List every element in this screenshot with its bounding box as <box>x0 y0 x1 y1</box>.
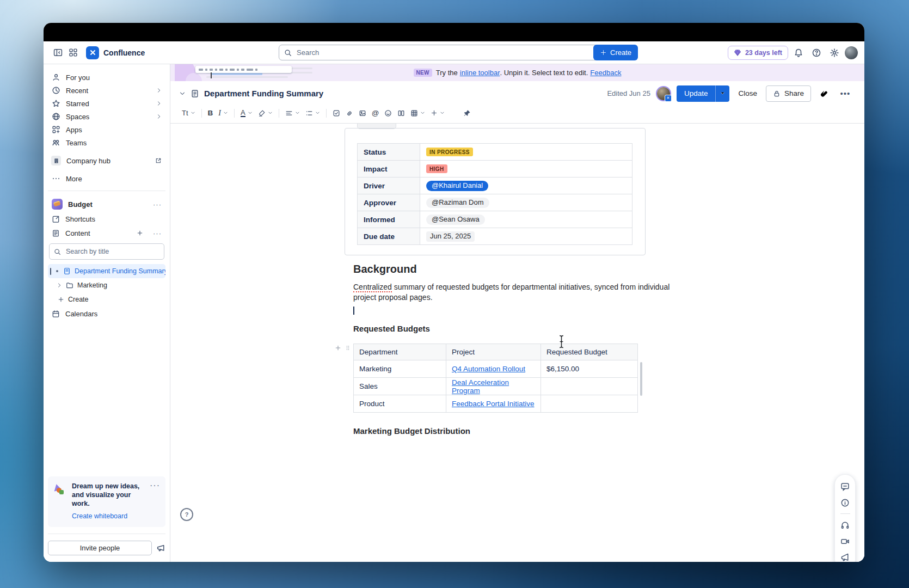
tree-create[interactable]: Create <box>48 292 165 307</box>
confluence-logo[interactable] <box>86 46 99 59</box>
app-switcher-icon[interactable] <box>65 45 81 60</box>
task-checkbox-button[interactable] <box>330 107 343 119</box>
add-content-icon[interactable] <box>137 230 143 236</box>
feedback-link[interactable]: Feedback <box>590 69 621 77</box>
title-search-input[interactable] <box>65 247 159 256</box>
sidebar-toggle-button[interactable] <box>50 45 65 60</box>
more-actions-icon[interactable]: ••• <box>838 87 852 101</box>
column-header-project[interactable]: Project <box>446 344 541 360</box>
tree-item-department-funding-summary[interactable]: Department Funding Summary <box>48 264 165 278</box>
alignment-dropdown[interactable] <box>282 107 303 119</box>
list-dropdown[interactable] <box>303 107 323 119</box>
tree-item-marketing[interactable]: Marketing <box>48 278 165 292</box>
sidebar-item-company-hub[interactable]: Company hub <box>48 154 165 167</box>
cell-budget[interactable] <box>541 378 638 395</box>
copy-link-icon[interactable] <box>818 87 832 101</box>
create-whiteboard-link[interactable]: Create whiteboard <box>72 512 127 520</box>
column-header-requested-budget[interactable]: Requested Budget <box>541 344 638 360</box>
video-camera-icon[interactable] <box>840 536 851 547</box>
sidebar-item-spaces[interactable]: Spaces <box>48 110 165 123</box>
cell-department[interactable]: Marketing <box>354 360 446 378</box>
property-label: Driver <box>358 177 420 194</box>
notifications-bell-icon[interactable] <box>791 45 806 60</box>
bold-button[interactable]: B <box>205 107 216 119</box>
cell-budget[interactable]: $6,150.00 <box>541 360 638 378</box>
pin-icon <box>463 109 471 117</box>
trial-badge[interactable]: 23 days left <box>728 46 788 60</box>
insert-dropdown[interactable] <box>428 107 447 119</box>
project-link[interactable]: Q4 Automation Rollout <box>452 365 525 373</box>
mention-button[interactable]: @ <box>369 107 382 119</box>
sidebar-item-content[interactable]: Content··· <box>48 226 165 240</box>
pin-toolbar-button[interactable] <box>460 107 474 119</box>
sidebar-label: Spaces <box>66 113 89 121</box>
inline-toolbar-link[interactable]: inline toolbar <box>460 69 500 77</box>
content-title-search[interactable] <box>49 243 164 260</box>
window-titlebar[interactable] <box>44 23 864 41</box>
details-info-icon[interactable] <box>840 497 851 508</box>
table-dropdown[interactable] <box>408 107 428 119</box>
sidebar-item-recent[interactable]: Recent <box>48 84 165 97</box>
global-search[interactable] <box>279 45 601 60</box>
misspelled-word: Centralized <box>353 283 392 292</box>
share-button[interactable]: Share <box>766 85 811 102</box>
driver-mention[interactable]: @Khairul Danial <box>426 181 488 191</box>
budgets-table[interactable]: Department Project Requested Budget Mark… <box>353 344 638 413</box>
property-label: Due date <box>358 228 420 245</box>
promo-more-icon[interactable]: ··· <box>150 481 160 491</box>
feedback-megaphone-icon[interactable] <box>156 543 165 553</box>
space-more-icon[interactable]: ··· <box>153 200 162 209</box>
table-resize-handle[interactable] <box>640 362 642 396</box>
banner-close-icon[interactable] <box>846 68 857 78</box>
space-budget[interactable]: Budget··· <box>48 197 165 212</box>
table-controls <box>335 345 351 351</box>
text-style-dropdown[interactable]: Tt <box>179 107 198 119</box>
sidebar-item-more[interactable]: More <box>48 172 165 185</box>
help-question-icon[interactable]: ? <box>180 508 193 521</box>
settings-gear-icon[interactable] <box>827 45 842 60</box>
user-avatar[interactable] <box>845 46 858 59</box>
due-date-chip[interactable]: Jun 25, 2025 <box>426 231 475 242</box>
sidebar-item-teams[interactable]: Teams <box>48 136 165 149</box>
content-more-icon[interactable]: ··· <box>153 229 162 237</box>
status-badge[interactable]: IN PROGRESS <box>426 148 473 156</box>
impact-badge[interactable]: HIGH <box>426 164 447 173</box>
help-icon[interactable] <box>809 45 824 60</box>
page-properties-panel[interactable]: StatusIN PROGRESS ImpactHIGH Driver@Khai… <box>345 128 646 255</box>
drag-handle-icon[interactable] <box>345 345 351 351</box>
emoji-button[interactable] <box>382 107 395 119</box>
create-button[interactable]: Create <box>593 45 638 60</box>
sidebar-item-calendars[interactable]: Calendars <box>48 307 165 321</box>
cell-department[interactable]: Sales <box>354 378 446 395</box>
layouts-button[interactable] <box>395 107 408 119</box>
collapse-chevron-icon[interactable] <box>179 90 186 97</box>
image-button[interactable] <box>356 107 369 119</box>
update-button[interactable]: Update <box>677 85 716 102</box>
project-link[interactable]: Feedback Portal Initiative <box>452 400 535 408</box>
highlight-dropdown[interactable] <box>255 107 275 119</box>
informed-mention[interactable]: @Sean Osawa <box>426 215 485 225</box>
text-color-dropdown[interactable]: A <box>238 107 255 119</box>
editor-avatar[interactable]: ✕ <box>657 87 670 100</box>
comments-icon[interactable] <box>840 481 851 492</box>
search-input[interactable] <box>296 48 596 57</box>
project-link[interactable]: Deal Acceleration Program <box>452 378 509 395</box>
sidebar-item-shortcuts[interactable]: Shortcuts <box>48 212 165 226</box>
column-header-department[interactable]: Department <box>354 344 446 360</box>
italic-dropdown[interactable]: I <box>216 107 231 119</box>
sidebar-item-starred[interactable]: Starred <box>48 97 165 110</box>
cell-budget[interactable] <box>541 395 638 413</box>
document-canvas[interactable]: StatusIN PROGRESS ImpactHIGH Driver@Khai… <box>170 124 864 562</box>
headphones-catchup-icon[interactable] <box>840 519 851 530</box>
link-button[interactable] <box>343 107 356 119</box>
invite-people-button[interactable]: Invite people <box>48 541 152 555</box>
add-row-plus-icon[interactable] <box>335 345 341 351</box>
sidebar-item-for-you[interactable]: For you <box>48 71 165 84</box>
chevron-right-icon[interactable] <box>57 283 62 288</box>
close-button[interactable]: Close <box>736 89 759 97</box>
update-options-chevron-icon[interactable] <box>715 85 729 102</box>
cell-department[interactable]: Product <box>354 395 446 413</box>
sidebar-item-apps[interactable]: Apps <box>48 123 165 136</box>
feedback-megaphone-icon[interactable] <box>840 552 851 562</box>
approver-mention[interactable]: @Raziman Dom <box>426 198 489 208</box>
